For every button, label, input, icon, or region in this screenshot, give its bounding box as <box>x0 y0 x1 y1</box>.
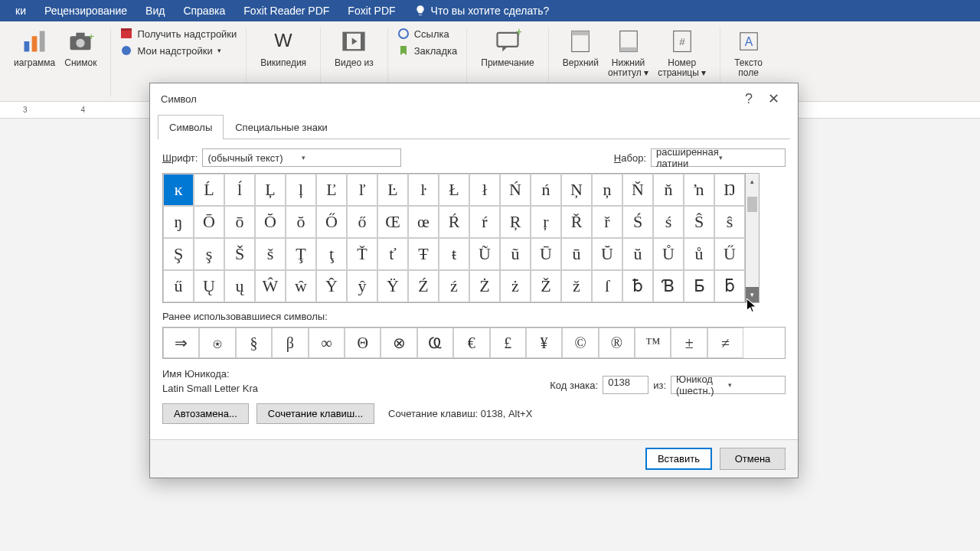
tab-symbols[interactable]: Символы <box>158 115 224 139</box>
symbol-cell[interactable]: ĺ <box>224 174 255 206</box>
symbol-cell[interactable]: ţ <box>316 238 347 270</box>
symbol-cell[interactable]: Ŵ <box>255 270 286 302</box>
symbol-cell[interactable]: ž <box>561 270 592 302</box>
symbol-grid[interactable]: ĸĹĺĻļĽľĿŀŁłŃńŅņŇňŉŊŋŌōŎŏŐőŒœŔŕŖŗŘřŚśŜŝŞş… <box>162 173 746 303</box>
wikipedia-button[interactable]: W Википедия <box>260 28 306 68</box>
recent-symbol-cell[interactable]: ⍟ <box>199 328 235 358</box>
bookmark-button[interactable]: Закладка <box>397 44 458 57</box>
symbol-cell[interactable]: Ŷ <box>316 270 347 302</box>
scroll-thumb[interactable] <box>747 197 757 212</box>
autocorrect-button[interactable]: Автозамена... <box>162 403 249 424</box>
symbol-cell[interactable]: Ŧ <box>408 238 439 270</box>
comment-button[interactable]: + Примечание <box>481 28 534 68</box>
symbol-cell[interactable]: ł <box>469 174 500 206</box>
symbol-cell[interactable]: Ũ <box>469 238 500 270</box>
symbol-cell[interactable]: Ƃ <box>684 270 714 302</box>
symbol-cell[interactable]: Ś <box>622 206 653 238</box>
symbol-cell[interactable]: ŗ <box>531 206 561 238</box>
symbol-cell[interactable]: ŏ <box>286 206 316 238</box>
tab-item[interactable]: Справка <box>183 5 225 17</box>
recent-symbol-cell[interactable]: Ҩ <box>417 328 453 358</box>
scroll-track[interactable] <box>746 189 759 287</box>
diagram-button[interactable]: иаграмма <box>14 28 55 68</box>
symbol-cell[interactable]: Ū <box>531 238 561 270</box>
symbol-cell[interactable]: Š <box>224 238 255 270</box>
symbol-cell[interactable]: ų <box>224 270 255 302</box>
recent-symbol-cell[interactable]: ≠ <box>707 328 743 358</box>
symbol-cell[interactable]: ŕ <box>469 206 500 238</box>
symbol-cell[interactable]: ļ <box>286 174 316 206</box>
tell-me[interactable]: Что вы хотите сделать? <box>414 5 550 17</box>
char-code-input[interactable]: 0138 <box>603 376 648 394</box>
tab-item[interactable]: Вид <box>145 5 165 17</box>
symbol-cell[interactable]: ŉ <box>684 174 714 206</box>
get-addins-button[interactable]: Получить надстройки <box>120 28 237 40</box>
symbol-cell[interactable]: Œ <box>377 206 408 238</box>
symbol-cell[interactable]: ń <box>531 174 561 206</box>
recent-symbol-cell[interactable]: ⊗ <box>381 328 416 358</box>
help-button[interactable]: ? <box>737 88 760 110</box>
symbol-cell[interactable]: ſ <box>592 270 622 302</box>
header-button[interactable]: Верхний <box>563 28 599 68</box>
recent-symbol-cell[interactable]: Θ <box>345 328 381 358</box>
recent-symbol-cell[interactable]: ® <box>599 328 635 358</box>
tab-special-chars[interactable]: Специальные знаки <box>224 115 339 139</box>
tab-item[interactable]: Рецензирование <box>44 5 127 17</box>
symbol-cell[interactable]: Ť <box>347 238 377 270</box>
my-addins-button[interactable]: Мои надстройки ▾ <box>120 44 237 57</box>
recent-symbol-cell[interactable]: ∞ <box>309 328 345 358</box>
subset-select[interactable]: расширенная латини▾ <box>651 148 786 167</box>
symbol-cell[interactable]: ő <box>347 206 377 238</box>
recent-symbols-grid[interactable]: ⇒⍟§β∞Θ⊗Ҩ€£¥©®™±≠ <box>162 327 786 359</box>
symbol-cell[interactable]: ŋ <box>163 206 194 238</box>
symbol-cell[interactable]: ň <box>653 174 684 206</box>
symbol-cell[interactable]: Ų <box>194 270 224 302</box>
symbol-cell[interactable]: Ŋ <box>714 174 745 206</box>
insert-button[interactable]: Вставить <box>645 448 712 470</box>
symbol-cell[interactable]: ĸ <box>163 174 194 206</box>
recent-symbol-cell[interactable]: § <box>236 328 272 358</box>
symbol-cell[interactable]: ź <box>439 270 469 302</box>
symbol-cell[interactable]: Ŭ <box>592 238 622 270</box>
symbol-cell[interactable]: Ŀ <box>377 174 408 206</box>
symbol-cell[interactable]: Ő <box>316 206 347 238</box>
symbol-cell[interactable]: Ɓ <box>653 270 684 302</box>
grid-scrollbar[interactable]: ▴ ▾ <box>746 173 760 303</box>
recent-symbol-cell[interactable]: ⇒ <box>163 328 199 358</box>
symbol-cell[interactable]: Ō <box>194 206 224 238</box>
symbol-cell[interactable]: Ż <box>469 270 500 302</box>
footer-button[interactable]: Нижнийонтитул ▾ <box>608 28 648 78</box>
tab-item[interactable]: Foxit PDF <box>348 5 395 17</box>
recent-symbol-cell[interactable]: © <box>562 328 598 358</box>
symbol-cell[interactable]: Ł <box>439 174 469 206</box>
symbol-cell[interactable]: Ř <box>561 206 592 238</box>
symbol-cell[interactable]: Ű <box>714 238 745 270</box>
symbol-cell[interactable]: Ţ <box>286 238 316 270</box>
symbol-cell[interactable]: Ş <box>163 238 194 270</box>
symbol-cell[interactable]: ż <box>500 270 531 302</box>
video-button[interactable]: Видео из <box>335 28 374 68</box>
recent-symbol-cell[interactable]: £ <box>490 328 526 358</box>
symbol-cell[interactable]: ů <box>684 238 714 270</box>
symbol-cell[interactable]: Ŏ <box>255 206 286 238</box>
symbol-cell[interactable]: Ĺ <box>194 174 224 206</box>
symbol-cell[interactable]: œ <box>408 206 439 238</box>
symbol-cell[interactable]: ŷ <box>347 270 377 302</box>
symbol-cell[interactable]: ŧ <box>439 238 469 270</box>
tab-item[interactable]: ки <box>15 5 26 17</box>
recent-symbol-cell[interactable]: ± <box>671 328 707 358</box>
recent-symbol-cell[interactable]: € <box>453 328 489 358</box>
symbol-cell[interactable]: ŵ <box>286 270 316 302</box>
recent-symbol-cell[interactable]: β <box>272 328 308 358</box>
link-button[interactable]: Ссылка <box>397 28 458 40</box>
symbol-cell[interactable]: Ŗ <box>500 206 531 238</box>
symbol-cell[interactable]: ŝ <box>714 206 745 238</box>
tab-item[interactable]: Foxit Reader PDF <box>243 5 329 17</box>
screenshot-button[interactable]: + Снимок <box>64 28 96 68</box>
symbol-cell[interactable]: ű <box>163 270 194 302</box>
symbol-cell[interactable]: ū <box>561 238 592 270</box>
symbol-cell[interactable]: ō <box>224 206 255 238</box>
shortcut-key-button[interactable]: Сочетание клавиш... <box>256 403 374 424</box>
symbol-cell[interactable]: Ń <box>500 174 531 206</box>
symbol-cell[interactable]: Ŝ <box>684 206 714 238</box>
